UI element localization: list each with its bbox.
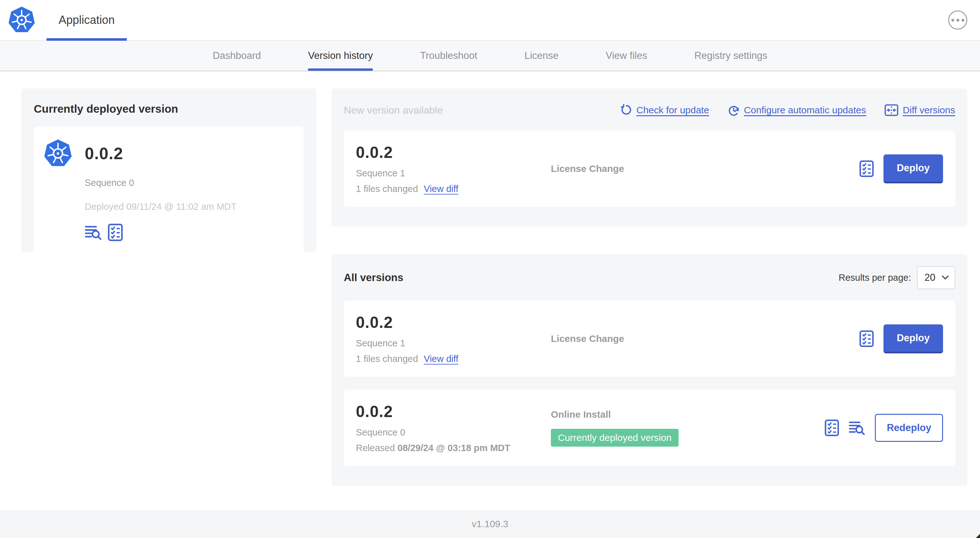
new-version-panel: New version available Check for update C… [332,89,967,227]
tab-registry-settings[interactable]: Registry settings [694,41,767,71]
mouse-cursor-artifact [976,534,980,538]
new-version-card: 0.0.2 Sequence 1 1 files changed View di… [344,130,955,207]
ellipsis-icon [951,19,954,22]
clock-update-icon [728,104,740,116]
app-title-tab[interactable]: Application [46,0,127,40]
currently-deployed-card: 0.0.2 Sequence 0 Deployed 09/11/24 @ 11:… [34,127,304,255]
deploy-button[interactable]: Deploy [883,324,943,353]
kubernetes-app-icon [43,139,73,241]
tab-view-files[interactable]: View files [606,41,647,71]
current-deployed-timestamp: Deployed 09/11/24 @ 11:02 am MDT [85,202,237,212]
console-version: v1.109.3 [471,519,508,529]
app-header: Application [0,0,980,41]
version-sequence: Sequence 1 [356,168,551,179]
kubernetes-logo-icon [8,6,36,34]
preflight-checks-icon[interactable] [108,224,123,241]
version-number: 0.0.2 [356,402,551,421]
tab-troubleshoot[interactable]: Troubleshoot [420,41,477,71]
preflight-checks-icon[interactable] [859,160,874,177]
view-diff-link[interactable]: View diff [424,354,458,364]
check-for-update-link[interactable]: Check for update [620,104,709,116]
results-per-page-select[interactable]: 20 [917,266,955,289]
refresh-icon [620,104,632,116]
version-source-label: License Change [551,163,624,174]
results-per-page-label: Results per page: [838,273,911,283]
view-diff-link[interactable]: View diff [424,184,458,194]
more-options-button[interactable] [948,11,967,30]
version-source-label: License Change [551,333,624,344]
version-sequence: Sequence 0 [356,427,551,438]
app-footer: v1.109.3 [0,510,980,538]
new-version-title: New version available [344,105,443,116]
current-version-number: 0.0.2 [85,144,237,163]
view-logs-icon[interactable] [85,224,102,240]
all-versions-title: All versions [344,271,403,284]
version-released-timestamp: Released 08/29/24 @ 03:18 pm MDT [356,443,551,453]
version-number: 0.0.2 [356,313,551,332]
configure-automatic-updates-link[interactable]: Configure automatic updates [728,104,866,116]
view-logs-icon[interactable] [849,420,865,435]
currently-deployed-title: Currently deployed version [34,103,304,115]
preflight-checks-icon[interactable] [824,419,839,436]
files-changed-text: 1 files changed [356,184,418,194]
version-row: 0.0.2 Sequence 1 1 files changed View di… [344,300,955,377]
tab-license[interactable]: License [524,41,558,71]
all-versions-panel: All versions Results per page: 20 0.0.2 … [332,254,967,486]
diff-icon [885,104,899,116]
app-title: Application [59,13,115,27]
version-source-label: Online Install [551,409,611,420]
main-content: Currently deployed version 0.0.2 Sequenc… [0,71,980,510]
version-sequence: Sequence 1 [356,338,551,349]
redeploy-button[interactable]: Redeploy [875,414,943,442]
chevron-down-icon [942,275,949,280]
files-changed-text: 1 files changed [356,354,418,364]
currently-deployed-badge: Currently deployed version [551,429,679,447]
active-app-underline [46,38,127,41]
right-column: New version available Check for update C… [332,89,967,486]
preflight-checks-icon[interactable] [859,330,874,347]
diff-versions-link[interactable]: Diff versions [885,104,955,116]
kots-admin-page: Application Dashboard Version history Tr… [0,0,980,538]
version-row: 0.0.2 Sequence 0 Released 08/29/24 @ 03:… [344,390,955,466]
section-nav: Dashboard Version history Troubleshoot L… [0,41,980,71]
deploy-button[interactable]: Deploy [883,154,943,183]
currently-deployed-panel: Currently deployed version 0.0.2 Sequenc… [21,89,317,252]
version-number: 0.0.2 [356,143,551,162]
tab-dashboard[interactable]: Dashboard [213,41,261,71]
tab-version-history[interactable]: Version history [308,41,373,71]
current-sequence: Sequence 0 [85,178,237,188]
